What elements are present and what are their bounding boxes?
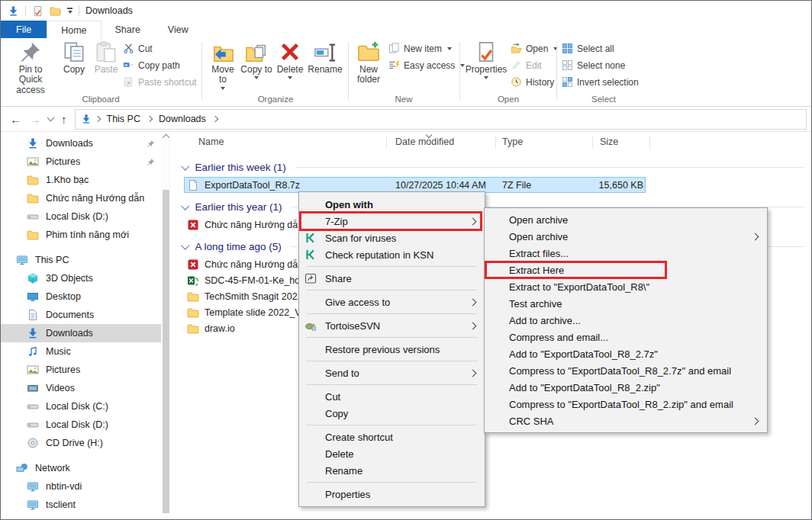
scroll-up-icon[interactable] xyxy=(163,134,170,142)
menu-item[interactable]: Compress to "ExportDataTool_R8_2.zip" an… xyxy=(485,396,767,412)
divider[interactable] xyxy=(495,136,496,149)
tab-file[interactable]: File xyxy=(1,21,47,38)
sidebar-item[interactable]: 3D Objects xyxy=(1,269,161,287)
column-header-size[interactable]: Size xyxy=(600,136,618,147)
new-folder-button[interactable]: New folder xyxy=(352,40,385,85)
move-to-button[interactable]: Move to xyxy=(207,40,239,90)
menu-item[interactable]: Rename xyxy=(299,462,485,479)
sidebar-item[interactable]: Pictures xyxy=(1,152,161,171)
sidebar-scrollbar[interactable] xyxy=(161,132,171,518)
menu-item[interactable] xyxy=(299,381,485,388)
menu-item[interactable]: Send to xyxy=(299,364,485,381)
cut-button[interactable]: Cut xyxy=(123,40,153,56)
properties-button[interactable]: Properties xyxy=(465,40,508,79)
sidebar-item[interactable]: Pictures xyxy=(1,361,161,379)
new-folder-quick-access-icon[interactable] xyxy=(50,5,61,17)
menu-item[interactable]: Open archive xyxy=(485,211,767,228)
menu-item[interactable] xyxy=(299,263,485,270)
menu-item[interactable]: Copy xyxy=(299,405,485,422)
invert-selection-button[interactable]: Invert selection xyxy=(562,74,639,90)
menu-item[interactable]: Extract to "ExportDataTool_R8\" xyxy=(485,278,767,295)
sidebar-item[interactable]: This PC xyxy=(1,251,161,269)
menu-item[interactable]: 7-Zip xyxy=(299,213,485,230)
menu-item[interactable] xyxy=(299,334,485,341)
menu-item[interactable] xyxy=(299,287,485,294)
properties-quick-access-icon[interactable] xyxy=(32,5,44,17)
sidebar-item[interactable]: CD Drive (H:) xyxy=(1,434,161,452)
sidebar-item[interactable]: Local Disk (D:) xyxy=(1,416,161,434)
menu-item[interactable]: Test archive xyxy=(485,295,767,312)
menu-item[interactable] xyxy=(299,479,485,486)
paste-shortcut-button[interactable]: Paste shortcut xyxy=(123,74,197,90)
pin-to-quick-access-button[interactable]: Pin to Quick access xyxy=(7,40,54,95)
sidebar-item[interactable]: Chức năng Hướng dẫn xyxy=(1,189,161,207)
breadcrumb-item-downloads[interactable]: Downloads xyxy=(156,114,209,124)
menu-item[interactable]: Add to archive... xyxy=(485,312,767,329)
column-header-date-modified[interactable]: Date modified xyxy=(395,136,454,147)
menu-item[interactable]: Extract Here xyxy=(485,262,767,278)
select-all-button[interactable]: Select all xyxy=(562,40,614,56)
easy-access-button[interactable]: Easy access xyxy=(388,57,465,73)
menu-item[interactable]: Extract files... xyxy=(485,245,767,262)
menu-item[interactable] xyxy=(299,358,485,364)
rename-button[interactable]: Rename xyxy=(306,40,344,75)
menu-item[interactable]: Cut xyxy=(299,388,485,405)
recent-locations-dropdown-icon[interactable] xyxy=(47,114,55,122)
edit-button[interactable]: Edit xyxy=(511,57,542,73)
divider[interactable] xyxy=(592,136,593,149)
chevron-down-icon[interactable] xyxy=(181,241,189,249)
delete-button[interactable]: Delete xyxy=(274,40,306,79)
sidebar-item[interactable]: Documents xyxy=(1,306,161,324)
divider[interactable] xyxy=(649,136,650,149)
chevron-down-icon[interactable] xyxy=(181,162,189,170)
menu-item[interactable] xyxy=(299,422,485,429)
menu-item[interactable]: Add to "ExportDataTool_R8_2.7z" xyxy=(485,345,767,362)
new-item-button[interactable]: New item xyxy=(388,40,452,56)
menu-item[interactable]: TortoiseSVN xyxy=(299,317,485,334)
column-header-type[interactable]: Type xyxy=(502,136,523,147)
tab-home[interactable]: Home xyxy=(47,21,101,39)
menu-item[interactable]: Open with xyxy=(299,196,485,213)
divider[interactable] xyxy=(386,136,387,149)
sidebar-item[interactable]: Phim tính năng mới xyxy=(1,226,161,244)
sidebar-item[interactable]: nbtin-vdi xyxy=(1,477,161,496)
sidebar-item[interactable]: Downloads xyxy=(1,324,161,342)
tab-share[interactable]: Share xyxy=(102,21,154,38)
sidebar-item[interactable]: 1.Kho bạc xyxy=(1,171,161,189)
menu-item[interactable] xyxy=(299,310,485,317)
open-button[interactable]: Open xyxy=(511,40,558,56)
scrollbar-thumb[interactable] xyxy=(163,190,169,513)
file-group-header[interactable]: Earlier this week (1) xyxy=(173,158,810,176)
paste-button[interactable]: Paste xyxy=(91,40,121,75)
copy-path-button[interactable]: Copy path xyxy=(123,57,180,73)
copy-to-button[interactable]: Copy to xyxy=(240,40,272,79)
column-header-name[interactable]: Name xyxy=(198,136,224,147)
select-none-button[interactable]: Select none xyxy=(562,57,625,73)
copy-button[interactable]: Copy xyxy=(59,40,89,75)
sidebar-item[interactable]: Music xyxy=(1,342,161,361)
menu-item[interactable]: Properties xyxy=(299,486,485,502)
menu-item[interactable]: Check reputation in KSN xyxy=(299,246,485,263)
up-button[interactable]: ↑ xyxy=(61,114,67,125)
menu-item[interactable]: Delete xyxy=(299,445,485,462)
menu-item[interactable]: Compress to "ExportDataTool_R8_2.7z" and… xyxy=(485,362,767,379)
back-button[interactable]: ← xyxy=(10,114,21,125)
sidebar-item[interactable]: Local Disk (C:) xyxy=(1,397,161,416)
sidebar-item[interactable]: Local Disk (D:) xyxy=(1,207,161,226)
file-row[interactable]: ExportDataTool_R8.7z 10/27/2025 10:44 AM… xyxy=(184,177,646,193)
sidebar-item[interactable]: Network xyxy=(1,459,161,477)
customize-quick-access-toolbar-icon[interactable] xyxy=(67,8,72,14)
sidebar-item[interactable]: tsclient xyxy=(1,496,161,514)
menu-item[interactable]: Add to "ExportDataTool_R8_2.zip" xyxy=(485,379,767,396)
menu-item[interactable]: CRC SHA xyxy=(485,412,767,429)
menu-item[interactable]: Create shortcut xyxy=(299,429,485,445)
menu-item[interactable]: Give access to xyxy=(299,294,485,310)
menu-item[interactable]: Share xyxy=(299,270,485,287)
breadcrumb[interactable]: This PC Downloads xyxy=(75,109,807,130)
breadcrumb-item-this-pc[interactable]: This PC xyxy=(104,114,143,124)
chevron-down-icon[interactable] xyxy=(181,201,189,210)
tab-view[interactable]: View xyxy=(154,21,202,38)
history-button[interactable]: History xyxy=(511,74,554,90)
menu-item[interactable]: Restore previous versions xyxy=(299,341,485,358)
menu-item[interactable]: Open archive xyxy=(485,228,767,245)
